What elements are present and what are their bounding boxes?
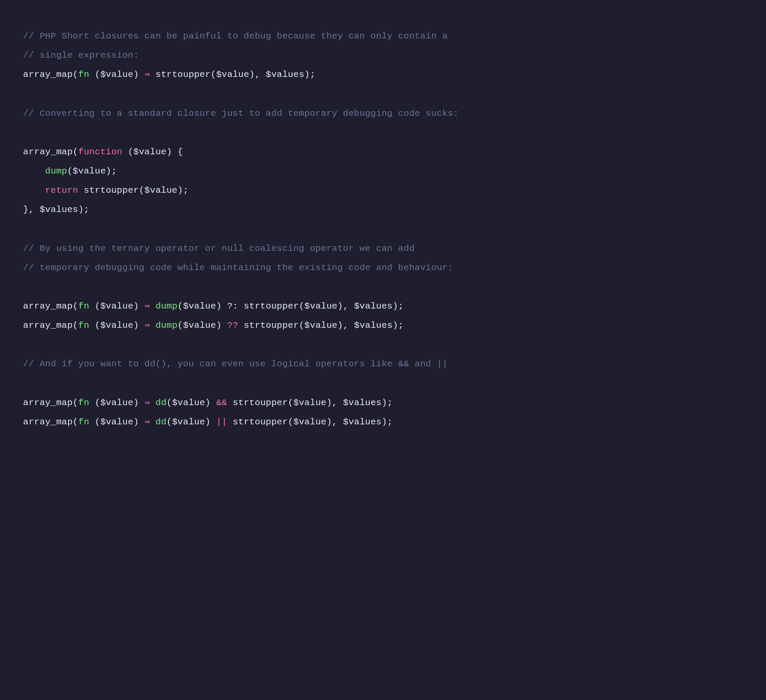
code-token: // Converting to a standard closure just… <box>23 109 459 118</box>
code-token: dd <box>156 398 167 408</box>
code-line: array_map(function ($value) { <box>23 142 743 162</box>
code-token: // PHP Short closures can be painful to … <box>23 31 448 41</box>
code-token: array_map( <box>23 147 78 157</box>
code-token: ($value) { <box>122 147 183 157</box>
blank-line <box>23 374 743 393</box>
code-token: ($value) ?: strtoupper($value), $values)… <box>177 301 404 311</box>
code-block: // PHP Short closures can be painful to … <box>23 26 743 432</box>
code-token: ($value) <box>89 398 144 408</box>
blank-line <box>23 84 743 103</box>
code-token: ⇒ <box>144 301 150 311</box>
code-token: ($value) <box>177 321 227 330</box>
code-line: dump($value); <box>23 162 743 181</box>
code-token: array_map( <box>23 70 78 79</box>
code-token <box>150 321 156 330</box>
code-token <box>23 166 45 176</box>
code-token: fn <box>78 398 89 408</box>
code-token: ⇒ <box>144 417 150 427</box>
blank-line <box>23 335 743 354</box>
code-token: array_map( <box>23 417 78 427</box>
code-token: ($value) <box>89 321 144 330</box>
code-token: dump <box>45 166 68 176</box>
code-token: }, $values); <box>23 205 89 215</box>
code-token <box>150 417 156 427</box>
code-token: strtoupper($value), $values); <box>150 70 315 79</box>
code-token: ($value) <box>89 417 144 427</box>
code-token: ?? <box>227 321 238 330</box>
code-token: // temporary debugging code while mainta… <box>23 263 453 273</box>
code-token: // And if you want to dd(), you can even… <box>23 359 448 369</box>
code-token: ($value) <box>89 70 144 79</box>
code-token: ($value) <box>167 417 216 427</box>
code-token: strtoupper($value), $values); <box>238 321 404 330</box>
code-token: fn <box>78 70 89 79</box>
code-token: && <box>216 398 227 408</box>
code-line: array_map(fn ($value) ⇒ dd($value) || st… <box>23 412 743 432</box>
code-token: ($value) <box>89 301 144 311</box>
code-token: dd <box>156 417 167 427</box>
code-token: fn <box>78 321 89 330</box>
code-token: // single expression: <box>23 50 139 60</box>
code-line: return strtoupper($value); <box>23 181 743 200</box>
code-line: // By using the ternary operator or null… <box>23 239 743 258</box>
code-token: return <box>45 185 78 195</box>
code-token: array_map( <box>23 321 78 330</box>
code-line: array_map(fn ($value) ⇒ dump($value) ?: … <box>23 297 743 316</box>
blank-line <box>23 123 743 142</box>
code-token: dump <box>156 321 178 330</box>
code-token: function <box>78 147 122 157</box>
code-line: array_map(fn ($value) ⇒ dump($value) ?? … <box>23 316 743 335</box>
code-token: || <box>216 417 227 427</box>
code-line: // Converting to a standard closure just… <box>23 104 743 123</box>
code-token: ⇒ <box>144 398 150 408</box>
code-token <box>150 398 156 408</box>
code-line: // temporary debugging code while mainta… <box>23 258 743 277</box>
code-line: // single expression: <box>23 46 743 65</box>
code-token: array_map( <box>23 301 78 311</box>
code-line: array_map(fn ($value) ⇒ dd($value) && st… <box>23 393 743 412</box>
code-token: fn <box>78 417 89 427</box>
code-token: ($value) <box>167 398 216 408</box>
code-token: strtoupper($value); <box>78 185 189 195</box>
code-token: strtoupper($value), $values); <box>227 398 392 408</box>
code-token: // By using the ternary operator or null… <box>23 244 415 253</box>
code-token <box>150 301 156 311</box>
code-token <box>23 185 45 195</box>
code-token: dump <box>156 301 178 311</box>
code-line: }, $values); <box>23 200 743 219</box>
code-token: strtoupper($value), $values); <box>227 417 392 427</box>
code-token: ⇒ <box>144 321 150 330</box>
code-line: array_map(fn ($value) ⇒ strtoupper($valu… <box>23 65 743 84</box>
code-line: // And if you want to dd(), you can even… <box>23 354 743 374</box>
code-token: ($value); <box>67 166 117 176</box>
code-token: fn <box>78 301 89 311</box>
blank-line <box>23 219 743 238</box>
code-token: array_map( <box>23 398 78 408</box>
code-token: ⇒ <box>144 70 150 79</box>
code-line: // PHP Short closures can be painful to … <box>23 26 743 46</box>
blank-line <box>23 277 743 297</box>
